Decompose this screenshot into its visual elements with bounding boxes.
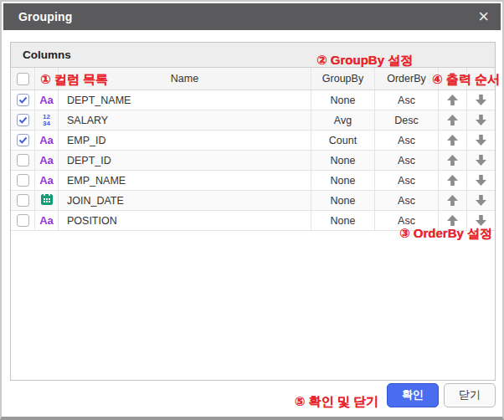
move-down-icon[interactable] xyxy=(467,110,495,130)
select-all-cell xyxy=(11,68,35,90)
groupby-header-cell[interactable]: GroupBy xyxy=(311,68,375,90)
row-checkbox[interactable] xyxy=(17,174,29,187)
text-type-icon: Aa xyxy=(39,154,54,166)
row-name-cell: EMP_NAME xyxy=(59,171,311,190)
title-bar: Grouping × xyxy=(3,3,501,30)
row-orderby-cell[interactable]: Asc xyxy=(375,191,439,210)
row-check-cell xyxy=(11,90,35,110)
move-up-icon[interactable] xyxy=(439,171,466,190)
number-type-icon: 1234 xyxy=(43,114,50,126)
row-check-cell xyxy=(11,211,35,230)
grid-header-row: Name GroupBy OrderBy xyxy=(11,68,495,90)
text-type-icon: Aa xyxy=(39,214,54,227)
row-moveup-cell xyxy=(439,191,467,210)
row-groupby-cell[interactable]: Avg xyxy=(311,110,375,130)
row-groupby-cell[interactable]: None xyxy=(311,171,375,190)
row-movedown-cell xyxy=(467,191,495,210)
row-type-cell: Aa xyxy=(35,211,59,230)
table-row: 1234SALARYAvgDesc xyxy=(11,110,495,131)
close-button[interactable]: 닫기 xyxy=(444,383,496,407)
move-down-icon[interactable] xyxy=(467,191,495,210)
move-up-icon[interactable] xyxy=(439,90,466,110)
text-type-icon: Aa xyxy=(39,174,54,187)
row-check-cell xyxy=(11,191,35,210)
row-name-cell: SALARY xyxy=(59,110,311,130)
row-type-cell: Aa xyxy=(35,131,59,150)
row-checkbox[interactable] xyxy=(17,114,29,126)
move-up-icon[interactable] xyxy=(439,131,466,150)
move-up-icon[interactable] xyxy=(439,151,466,170)
row-moveup-cell xyxy=(439,131,467,150)
row-orderby-cell[interactable]: Asc xyxy=(375,131,439,150)
move-down-icon[interactable] xyxy=(467,171,495,190)
row-checkbox[interactable] xyxy=(17,134,29,146)
columns-grid: Name GroupBy OrderBy AaDEPT_NAMENoneAsc1… xyxy=(11,68,495,231)
move-up-icon[interactable] xyxy=(439,110,466,130)
row-checkbox[interactable] xyxy=(17,214,29,227)
move-up-icon[interactable] xyxy=(439,211,466,230)
row-type-cell: Aa xyxy=(35,90,59,110)
move-up-icon[interactable] xyxy=(439,191,466,210)
table-row: AaEMP_IDCountAsc xyxy=(11,131,495,151)
row-name-cell: DEPT_NAME xyxy=(59,90,311,110)
ok-button[interactable]: 확인 xyxy=(387,383,439,407)
move-down-icon[interactable] xyxy=(467,151,495,170)
row-orderby-cell[interactable]: Desc xyxy=(375,110,439,130)
table-row: AaPOSITIONNoneAsc xyxy=(11,211,495,231)
text-type-icon: Aa xyxy=(39,134,54,146)
row-check-cell xyxy=(11,131,35,150)
close-icon[interactable]: × xyxy=(478,8,489,26)
row-movedown-cell xyxy=(467,131,495,150)
table-row: JOIN_DATENoneAsc xyxy=(11,191,495,211)
row-name-cell: DEPT_ID xyxy=(59,151,311,170)
row-groupby-cell[interactable]: Count xyxy=(311,131,375,150)
row-orderby-cell[interactable]: Asc xyxy=(375,171,439,190)
text-type-icon: Aa xyxy=(39,94,54,106)
orderby-header-label: OrderBy xyxy=(387,73,426,85)
calendar-icon xyxy=(40,192,54,208)
row-moveup-cell xyxy=(439,151,467,170)
groupby-header-label: GroupBy xyxy=(322,73,363,85)
row-movedown-cell xyxy=(467,171,495,190)
row-checkbox[interactable] xyxy=(17,154,29,166)
row-groupby-cell[interactable]: None xyxy=(311,90,375,110)
row-name-cell: JOIN_DATE xyxy=(59,191,311,210)
row-check-cell xyxy=(11,171,35,190)
row-checkbox[interactable] xyxy=(17,194,29,207)
orderby-header-cell[interactable]: OrderBy xyxy=(375,68,439,90)
row-check-cell xyxy=(11,110,35,130)
row-checkbox[interactable] xyxy=(17,94,29,106)
grid-body: AaDEPT_NAMENoneAsc1234SALARYAvgDescAaEMP… xyxy=(11,90,495,231)
row-groupby-cell[interactable]: None xyxy=(311,151,375,170)
move-down-icon[interactable] xyxy=(467,90,495,110)
moveup-header-cell xyxy=(439,68,467,90)
panel-header: Columns xyxy=(11,43,495,68)
panel-header-label: Columns xyxy=(23,49,71,61)
row-name-cell: EMP_ID xyxy=(59,131,311,150)
grouping-dialog: Grouping × Columns Name GroupBy OrderBy xyxy=(0,0,504,420)
name-header-label: Name xyxy=(171,73,198,85)
table-row: AaEMP_NAMENoneAsc xyxy=(11,171,495,191)
row-type-cell: 1234 xyxy=(35,110,59,130)
move-down-icon[interactable] xyxy=(467,131,495,150)
row-orderby-cell[interactable]: Asc xyxy=(375,211,439,230)
row-groupby-cell[interactable]: None xyxy=(311,191,375,210)
footer-bar: 확인 닫기 xyxy=(3,376,501,413)
movedown-header-cell xyxy=(467,68,495,90)
row-orderby-cell[interactable]: Asc xyxy=(375,90,439,110)
row-groupby-cell[interactable]: None xyxy=(311,211,375,230)
dialog-title: Grouping xyxy=(3,10,73,23)
row-moveup-cell xyxy=(439,211,467,230)
name-header-cell[interactable]: Name xyxy=(59,68,311,90)
row-type-cell: Aa xyxy=(35,151,59,170)
row-type-cell xyxy=(35,191,59,210)
table-row: AaDEPT_IDNoneAsc xyxy=(11,151,495,171)
row-movedown-cell xyxy=(467,90,495,110)
move-down-icon[interactable] xyxy=(467,211,495,230)
row-type-cell: Aa xyxy=(35,171,59,190)
select-all-checkbox[interactable] xyxy=(17,73,29,85)
table-row: AaDEPT_NAMENoneAsc xyxy=(11,90,495,110)
row-movedown-cell xyxy=(467,151,495,170)
row-orderby-cell[interactable]: Asc xyxy=(375,151,439,170)
row-check-cell xyxy=(11,151,35,170)
